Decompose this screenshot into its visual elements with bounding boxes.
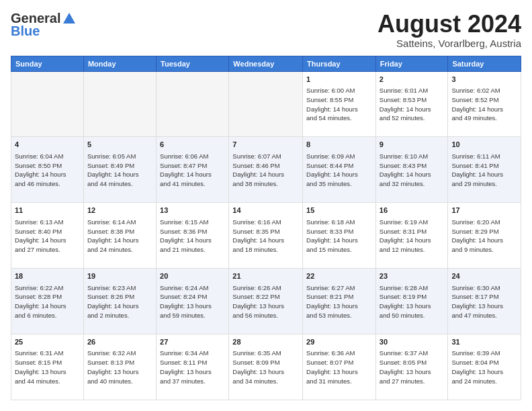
day-info: Sunrise: 6:16 AM Sunset: 8:35 PM Dayligh… — [232, 218, 299, 255]
day-info: Sunrise: 6:34 AM Sunset: 8:11 PM Dayligh… — [160, 349, 225, 385]
day-number: 11 — [15, 205, 80, 216]
calendar-cell: 14Sunrise: 6:16 AM Sunset: 8:35 PM Dayli… — [229, 203, 303, 269]
day-number: 2 — [380, 75, 445, 85]
day-info: Sunrise: 6:02 AM Sunset: 8:52 PM Dayligh… — [451, 86, 517, 123]
calendar-day-header: Saturday — [448, 56, 521, 71]
day-info: Sunrise: 6:23 AM Sunset: 8:26 PM Dayligh… — [87, 283, 152, 320]
calendar-cell: 5Sunrise: 6:05 AM Sunset: 8:49 PM Daylig… — [83, 137, 156, 203]
day-info: Sunrise: 6:13 AM Sunset: 8:40 PM Dayligh… — [15, 218, 80, 255]
calendar-week-row: 11Sunrise: 6:13 AM Sunset: 8:40 PM Dayli… — [11, 203, 521, 269]
calendar-cell: 9Sunrise: 6:10 AM Sunset: 8:43 PM Daylig… — [375, 137, 448, 203]
calendar-cell: 31Sunrise: 6:39 AM Sunset: 8:04 PM Dayli… — [448, 334, 521, 400]
calendar-header-row: SundayMondayTuesdayWednesdayThursdayFrid… — [11, 56, 521, 71]
calendar-cell: 18Sunrise: 6:22 AM Sunset: 8:28 PM Dayli… — [11, 269, 84, 334]
day-info: Sunrise: 6:04 AM Sunset: 8:50 PM Dayligh… — [15, 152, 80, 189]
calendar-cell: 7Sunrise: 6:07 AM Sunset: 8:46 PM Daylig… — [229, 137, 303, 203]
day-number: 8 — [306, 140, 372, 150]
day-info: Sunrise: 6:18 AM Sunset: 8:33 PM Dayligh… — [306, 218, 372, 255]
day-number: 6 — [160, 140, 225, 150]
calendar-cell: 26Sunrise: 6:32 AM Sunset: 8:13 PM Dayli… — [83, 334, 156, 400]
day-number: 25 — [15, 337, 80, 347]
day-info: Sunrise: 6:24 AM Sunset: 8:24 PM Dayligh… — [160, 283, 225, 320]
day-number: 29 — [306, 337, 372, 347]
day-info: Sunrise: 6:07 AM Sunset: 8:46 PM Dayligh… — [232, 152, 299, 189]
calendar-day-header: Wednesday — [229, 56, 303, 71]
calendar-body: 1Sunrise: 6:00 AM Sunset: 8:55 PM Daylig… — [11, 71, 521, 400]
calendar-cell: 17Sunrise: 6:20 AM Sunset: 8:29 PM Dayli… — [448, 203, 521, 269]
calendar-cell: 8Sunrise: 6:09 AM Sunset: 8:44 PM Daylig… — [303, 137, 376, 203]
day-info: Sunrise: 6:10 AM Sunset: 8:43 PM Dayligh… — [380, 152, 445, 189]
day-info: Sunrise: 6:27 AM Sunset: 8:21 PM Dayligh… — [306, 283, 372, 320]
day-number: 27 — [160, 337, 225, 347]
day-info: Sunrise: 6:36 AM Sunset: 8:07 PM Dayligh… — [306, 349, 372, 385]
day-number: 26 — [87, 337, 152, 347]
day-number: 12 — [87, 205, 152, 216]
calendar-cell: 10Sunrise: 6:11 AM Sunset: 8:41 PM Dayli… — [448, 137, 521, 203]
day-number: 24 — [451, 271, 517, 281]
calendar-week-row: 25Sunrise: 6:31 AM Sunset: 8:15 PM Dayli… — [11, 334, 521, 400]
calendar-cell: 30Sunrise: 6:37 AM Sunset: 8:05 PM Dayli… — [375, 334, 448, 400]
calendar-day-header: Sunday — [11, 56, 84, 71]
calendar-cell: 6Sunrise: 6:06 AM Sunset: 8:47 PM Daylig… — [157, 137, 229, 203]
calendar-cell: 27Sunrise: 6:34 AM Sunset: 8:11 PM Dayli… — [157, 334, 229, 400]
calendar-cell — [11, 71, 84, 137]
calendar-cell: 4Sunrise: 6:04 AM Sunset: 8:50 PM Daylig… — [11, 137, 84, 203]
day-number: 17 — [451, 205, 517, 216]
day-info: Sunrise: 6:31 AM Sunset: 8:15 PM Dayligh… — [15, 349, 80, 385]
calendar-cell: 24Sunrise: 6:30 AM Sunset: 8:17 PM Dayli… — [448, 269, 521, 334]
day-number: 14 — [232, 205, 299, 216]
calendar-cell: 3Sunrise: 6:02 AM Sunset: 8:52 PM Daylig… — [448, 71, 521, 137]
day-number: 18 — [15, 271, 80, 281]
day-number: 13 — [160, 205, 225, 216]
calendar-cell: 22Sunrise: 6:27 AM Sunset: 8:21 PM Dayli… — [303, 269, 376, 334]
logo: General Blue — [11, 11, 77, 39]
calendar-cell: 29Sunrise: 6:36 AM Sunset: 8:07 PM Dayli… — [303, 334, 376, 400]
calendar-cell: 25Sunrise: 6:31 AM Sunset: 8:15 PM Dayli… — [11, 334, 84, 400]
day-number: 20 — [160, 271, 225, 281]
day-info: Sunrise: 6:05 AM Sunset: 8:49 PM Dayligh… — [87, 152, 152, 189]
logo-icon — [62, 11, 77, 26]
day-number: 4 — [15, 140, 80, 150]
day-info: Sunrise: 6:11 AM Sunset: 8:41 PM Dayligh… — [451, 152, 517, 189]
title-block: August 2024 Satteins, Vorarlberg, Austri… — [378, 11, 521, 49]
day-number: 5 — [87, 140, 152, 150]
calendar-cell: 23Sunrise: 6:28 AM Sunset: 8:19 PM Dayli… — [375, 269, 448, 334]
day-info: Sunrise: 6:37 AM Sunset: 8:05 PM Dayligh… — [380, 349, 445, 385]
calendar-day-header: Thursday — [303, 56, 376, 71]
day-info: Sunrise: 6:19 AM Sunset: 8:31 PM Dayligh… — [380, 218, 445, 255]
day-number: 21 — [232, 271, 299, 281]
location-subtitle: Satteins, Vorarlberg, Austria — [378, 38, 521, 49]
day-info: Sunrise: 6:14 AM Sunset: 8:38 PM Dayligh… — [87, 218, 152, 255]
day-info: Sunrise: 6:01 AM Sunset: 8:53 PM Dayligh… — [380, 86, 445, 123]
calendar-cell — [157, 71, 229, 137]
calendar-day-header: Tuesday — [157, 56, 229, 71]
day-info: Sunrise: 6:39 AM Sunset: 8:04 PM Dayligh… — [451, 349, 517, 385]
day-info: Sunrise: 6:35 AM Sunset: 8:09 PM Dayligh… — [232, 349, 299, 385]
day-number: 30 — [380, 337, 445, 347]
calendar-cell: 11Sunrise: 6:13 AM Sunset: 8:40 PM Dayli… — [11, 203, 84, 269]
calendar-cell — [229, 71, 303, 137]
day-info: Sunrise: 6:06 AM Sunset: 8:47 PM Dayligh… — [160, 152, 225, 189]
day-info: Sunrise: 6:32 AM Sunset: 8:13 PM Dayligh… — [87, 349, 152, 385]
calendar-cell: 2Sunrise: 6:01 AM Sunset: 8:53 PM Daylig… — [375, 71, 448, 137]
day-info: Sunrise: 6:26 AM Sunset: 8:22 PM Dayligh… — [232, 283, 299, 320]
day-info: Sunrise: 6:28 AM Sunset: 8:19 PM Dayligh… — [380, 283, 445, 320]
day-number: 16 — [380, 205, 445, 216]
day-number: 9 — [380, 140, 445, 150]
calendar-cell: 13Sunrise: 6:15 AM Sunset: 8:36 PM Dayli… — [157, 203, 229, 269]
day-number: 19 — [87, 271, 152, 281]
month-title: August 2024 — [378, 11, 521, 38]
calendar-cell: 21Sunrise: 6:26 AM Sunset: 8:22 PM Dayli… — [229, 269, 303, 334]
day-info: Sunrise: 6:20 AM Sunset: 8:29 PM Dayligh… — [451, 218, 517, 255]
day-number: 23 — [380, 271, 445, 281]
svg-marker-0 — [63, 13, 75, 24]
day-info: Sunrise: 6:30 AM Sunset: 8:17 PM Dayligh… — [451, 283, 517, 320]
calendar-table: SundayMondayTuesdayWednesdayThursdayFrid… — [11, 56, 521, 400]
calendar-cell: 15Sunrise: 6:18 AM Sunset: 8:33 PM Dayli… — [303, 203, 376, 269]
day-number: 28 — [232, 337, 299, 347]
day-number: 15 — [306, 205, 372, 216]
calendar-cell — [83, 71, 156, 137]
day-number: 3 — [451, 75, 517, 85]
calendar-cell: 19Sunrise: 6:23 AM Sunset: 8:26 PM Dayli… — [83, 269, 156, 334]
calendar-cell: 12Sunrise: 6:14 AM Sunset: 8:38 PM Dayli… — [83, 203, 156, 269]
